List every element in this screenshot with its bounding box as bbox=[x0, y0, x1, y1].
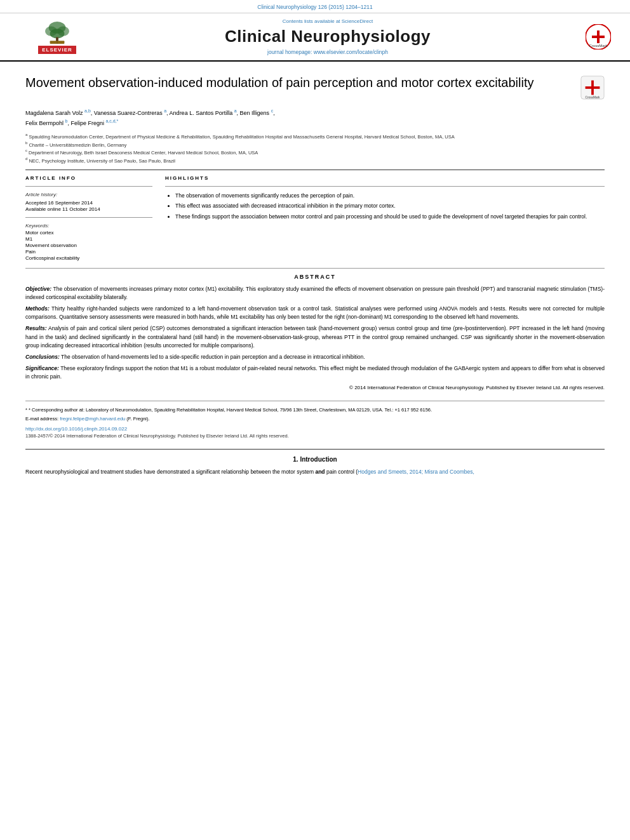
keywords-label: Keywords: bbox=[25, 223, 152, 229]
introduction-section: 1. Introduction Recent neurophysiologica… bbox=[25, 449, 605, 476]
abstract-section: ABSTRACT Objective: The observation of m… bbox=[25, 268, 605, 390]
article-info-title: ARTICLE INFO bbox=[25, 175, 152, 181]
abstract-methods: Methods: Thirty healthy right-handed sub… bbox=[25, 305, 605, 321]
keyword-2: M1 bbox=[25, 236, 152, 242]
crossmark-icon: CrossMark bbox=[586, 24, 611, 50]
article-info-divider bbox=[25, 186, 152, 187]
footnote-section: * * Corresponding author at: Laboratory … bbox=[25, 401, 605, 423]
article-title: Movement observation-induced modulation … bbox=[25, 74, 533, 91]
keyword-3: Movement observation bbox=[25, 243, 152, 248]
highlights-list: The observation of movements significant… bbox=[165, 192, 605, 222]
keyword-4: Pain bbox=[25, 249, 152, 255]
highlight-item-2: This effect was associated with decrease… bbox=[175, 202, 605, 211]
journal-header-center: Contents lists available at ScienceDirec… bbox=[95, 18, 560, 55]
elsevier-label: ELSEVIER bbox=[38, 46, 76, 54]
email-link[interactable]: fregni.felipe@mgh.harvard.edu bbox=[60, 416, 125, 422]
abstract-significance: Significance: These exploratory findings… bbox=[25, 364, 605, 381]
article-history-label: Article history: bbox=[25, 192, 152, 197]
journal-header: ELSEVIER Contents lists available at Sci… bbox=[0, 13, 630, 62]
svg-point-3 bbox=[50, 29, 65, 38]
homepage-line: journal homepage: www.elsevier.com/locat… bbox=[95, 49, 560, 55]
affiliation-a: Spaulding Neuromodulation Center, Depart… bbox=[29, 133, 454, 139]
affiliations: a Spaulding Neuromodulation Center, Depa… bbox=[25, 132, 605, 164]
issn-line: 1388-2457/© 2014 International Federatio… bbox=[25, 433, 605, 439]
svg-text:CrossMark: CrossMark bbox=[586, 96, 601, 99]
journal-header-right: CrossMark bbox=[560, 24, 611, 50]
article-body: Movement observation-induced modulation … bbox=[0, 62, 630, 483]
contents-prefix: Contents lists available at bbox=[283, 18, 342, 24]
abstract-objective: Objective: The observation of movements … bbox=[25, 285, 605, 302]
homepage-url[interactable]: www.elsevier.com/locate/clinph bbox=[314, 49, 388, 55]
homepage-prefix: journal homepage: bbox=[267, 49, 314, 55]
accepted-date: Accepted 16 September 2014 bbox=[25, 200, 152, 206]
abstract-conclusions: Conclusions: The observation of hand-mov… bbox=[25, 353, 605, 361]
abstract-top-divider bbox=[25, 268, 605, 269]
top-bar: Clinical Neurophysiology 126 (2015) 1204… bbox=[0, 0, 630, 13]
journal-ref-link[interactable]: Clinical Neurophysiology 126 (2015) 1204… bbox=[257, 4, 372, 10]
doi-link[interactable]: http://dx.doi.org/10.1016/j.clinph.2014.… bbox=[25, 426, 127, 432]
highlights-divider bbox=[165, 186, 605, 187]
article-info-highlights: ARTICLE INFO Article history: Accepted 1… bbox=[25, 175, 605, 262]
journal-header-left: ELSEVIER bbox=[19, 20, 95, 54]
svg-rect-9 bbox=[597, 30, 600, 43]
keyword-1: Motor cortex bbox=[25, 230, 152, 236]
contents-line: Contents lists available at ScienceDirec… bbox=[95, 18, 560, 24]
corresponding-author-note: * * Corresponding author at: Laboratory … bbox=[25, 406, 605, 413]
highlights-title: HIGHLIGHTS bbox=[165, 175, 605, 181]
email-note: E-mail address: fregni.felipe@mgh.harvar… bbox=[25, 415, 605, 422]
journal-title: Clinical Neurophysiology bbox=[95, 27, 560, 46]
abstract-results: Results: Analysis of pain and cortical s… bbox=[25, 324, 605, 350]
svg-text:CrossMark: CrossMark bbox=[589, 44, 608, 48]
affiliation-b: Charité – Universitätsmedizin Berlin, Ge… bbox=[29, 142, 126, 147]
highlights-col: HIGHLIGHTS The observation of movements … bbox=[165, 175, 605, 262]
abstract-title: ABSTRACT bbox=[25, 274, 605, 280]
keyword-5: Corticospinal excitability bbox=[25, 255, 152, 261]
crossmark-article-icon: CrossMark bbox=[580, 76, 605, 100]
copyright-notice: © 2014 International Federation of Clini… bbox=[25, 385, 605, 390]
available-date: Available online 11 October 2014 bbox=[25, 206, 152, 212]
sciencedirect-link[interactable]: ScienceDirect bbox=[342, 18, 373, 24]
elsevier-tree-icon bbox=[38, 20, 76, 44]
affiliation-d: NEC, Psychology Institute, University of… bbox=[29, 158, 175, 164]
article-title-row: Movement observation-induced modulation … bbox=[25, 74, 605, 100]
highlight-item-1: The observation of movements significant… bbox=[175, 192, 605, 201]
intro-heading: 1. Introduction bbox=[25, 456, 605, 463]
highlight-item-3: These findings support the association b… bbox=[175, 213, 605, 222]
header-divider bbox=[25, 170, 605, 170]
article-info-col: ARTICLE INFO Article history: Accepted 1… bbox=[25, 175, 152, 262]
intro-paragraph: Recent neurophysiological and treatment … bbox=[25, 468, 605, 476]
keywords-divider bbox=[25, 217, 152, 218]
authors: Magdalena Sarah Volz a,b, Vanessa Suarez… bbox=[25, 107, 605, 128]
hodges-ref[interactable]: Hodges and Smeets, 2014; Misra and Coomb… bbox=[358, 469, 474, 475]
svg-rect-13 bbox=[591, 81, 594, 95]
doi-footer-row: http://dx.doi.org/10.1016/j.clinph.2014.… bbox=[25, 426, 605, 432]
affiliation-c: Department of Neurology, Beth Israel Dea… bbox=[29, 150, 258, 156]
